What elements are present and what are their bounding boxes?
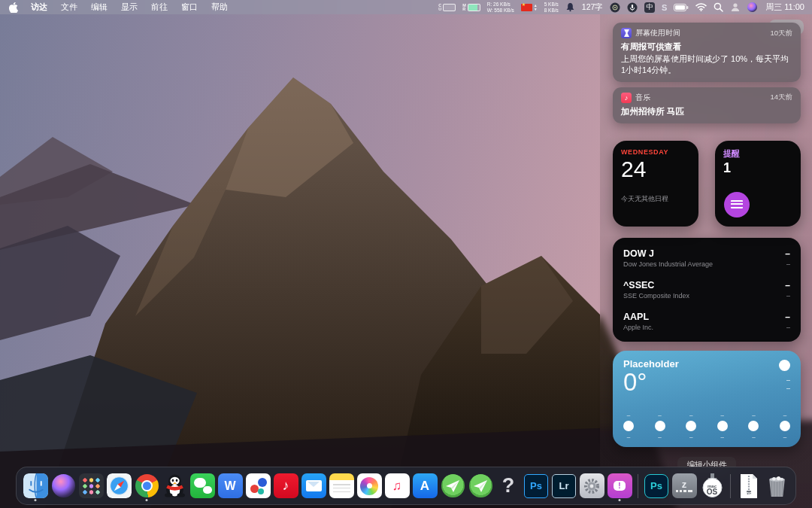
download-speed: 8 KB/s (544, 8, 559, 14)
muted-bell-icon[interactable] (565, 2, 575, 12)
apple-logo-icon (9, 2, 18, 13)
dock-tips-app[interactable]: ! (607, 472, 632, 500)
weather-widget[interactable]: Placeholder 0° – – –– –– –– –– –– –– (613, 351, 801, 447)
network-flag-status[interactable]: ▲ ▼ (521, 4, 538, 11)
apple-menu[interactable] (8, 2, 24, 13)
notification-title: 有周报可供查看 (621, 41, 792, 53)
s-status-icon[interactable]: S (662, 3, 667, 12)
siri-icon[interactable] (747, 2, 757, 12)
network-speed-status[interactable]: 5 KB/s 8 KB/s (544, 2, 559, 13)
menu-window[interactable]: 窗口 (174, 2, 205, 13)
dock-shadowsocks-1[interactable] (440, 472, 465, 500)
notification-music[interactable]: ♪ 音乐 14天前 加州招待所 马匹 (613, 87, 801, 123)
menu-bar-clock[interactable]: 周三 11:00 (764, 2, 804, 13)
stock-name: Apple Inc. (623, 324, 653, 331)
chrome-icon (135, 474, 159, 497)
screen-time-app-icon (621, 28, 632, 38)
disk-read-speed: R: 26 KB/s (487, 2, 514, 8)
baidu-netdisk-icon (246, 473, 271, 498)
macos-installer-icon: mac OS (700, 473, 725, 498)
menu-bar-status: CU MR R: 26 KB/s W: 558 KB/s ▲ ▼ 5 KB/s (438, 2, 804, 13)
dock-safari[interactable] (106, 472, 132, 500)
stock-name: Dow Jones Industrial Average (623, 260, 713, 268)
dock-lightroom[interactable]: Lr (551, 472, 577, 500)
disk-io-status[interactable]: R: 26 KB/s W: 558 KB/s (487, 2, 514, 13)
dock-app-store[interactable]: A (412, 472, 438, 500)
dock-system-preferences[interactable] (579, 472, 604, 500)
dock-notes[interactable] (329, 472, 354, 500)
battery-icon[interactable] (674, 4, 689, 11)
menu-app-name[interactable]: 访达 (24, 2, 54, 13)
dock-disk-image[interactable]: z (671, 472, 697, 500)
menu-help[interactable]: 帮助 (205, 2, 235, 13)
dock-macos-installer[interactable]: mac OS (699, 472, 725, 500)
finder-icon (23, 473, 48, 498)
download-arrow-icon: ▼ (534, 8, 538, 11)
user-switch-icon[interactable] (730, 2, 741, 12)
calendar-weekday: WEDNESDAY (621, 148, 690, 156)
input-word-count[interactable]: 127字 (582, 2, 603, 13)
weather-hour: –– (748, 412, 759, 440)
ime-pinyin-icon[interactable]: 中 (644, 2, 655, 13)
dock-music[interactable]: ♫ (384, 472, 410, 500)
notification-time: 14天前 (770, 93, 792, 102)
dock-missing-app[interactable]: ? (495, 472, 521, 500)
stock-row[interactable]: ^SSEC SSE Composite Index – – (623, 274, 790, 306)
stock-name: SSE Composite Index (623, 292, 689, 300)
weather-hour: –– (623, 412, 634, 440)
menu-view[interactable]: 显示 (114, 2, 144, 13)
round-app-status-icon[interactable] (610, 2, 620, 13)
weather-hour-icon (748, 421, 759, 431)
dock-wps[interactable]: W (217, 472, 243, 500)
photoshop-installer-icon: Ps (644, 474, 668, 498)
stock-change: – (785, 260, 790, 268)
stock-row[interactable]: DOW J Dow Jones Industrial Average – – (623, 242, 790, 274)
spotlight-search-icon[interactable] (714, 2, 723, 12)
dock-trash[interactable] (764, 472, 789, 500)
dock-mail[interactable] (301, 472, 326, 500)
menu-file[interactable]: 文件 (54, 2, 84, 13)
notification-screen-time[interactable]: 屏幕使用时间 10天前 有周报可供查看 上周您的屏幕使用时间减少了 10%，每天… (613, 23, 801, 82)
stocks-widget[interactable]: DOW J Dow Jones Industrial Average – – ^… (613, 238, 801, 342)
disk-image-icon: z (672, 473, 697, 498)
running-indicator (619, 499, 621, 501)
wifi-icon[interactable] (695, 3, 707, 11)
memory-fill (468, 5, 477, 11)
stock-price: – (785, 280, 790, 291)
chat-exclamation-icon: ! (607, 473, 632, 498)
dock-netease-music[interactable]: ♪ (273, 472, 298, 500)
dock-wechat[interactable] (189, 472, 215, 500)
dock-photoshop[interactable]: Ps (523, 472, 549, 500)
photoshop-icon: Ps (524, 474, 548, 498)
stock-symbol: ^SSEC (623, 280, 689, 291)
dock-finder[interactable] (23, 472, 48, 500)
menu-edit[interactable]: 编辑 (84, 2, 114, 13)
dock-launchpad[interactable] (78, 472, 104, 500)
dock-shadowsocks-2[interactable] (468, 472, 493, 500)
reminders-title: 提醒 (723, 148, 792, 160)
dock-qq[interactable] (162, 472, 187, 500)
menu-bar: 访达 文件 编辑 显示 前往 窗口 帮助 CU MR R: 26 KB/s W:… (0, 0, 812, 14)
calendar-widget[interactable]: WEDNESDAY 24 今天无其他日程 (613, 141, 698, 227)
weather-low: – (786, 385, 790, 393)
stock-row[interactable]: AAPL Apple Inc. – – (623, 306, 790, 337)
memory-gauge[interactable]: MR (462, 4, 480, 11)
microphone-status-icon[interactable] (627, 2, 638, 13)
dock-chrome[interactable] (134, 472, 159, 500)
dock-photoshop-installer[interactable]: Ps (644, 472, 669, 500)
menu-go[interactable]: 前往 (144, 2, 174, 13)
dock-baidu-netdisk[interactable] (245, 472, 271, 500)
question-mark-icon: ? (496, 473, 521, 498)
dock-zip-file[interactable]: ZIP (736, 472, 762, 500)
photos-icon (357, 473, 382, 498)
upload-speed: 5 KB/s (544, 2, 559, 8)
weather-high: – (786, 376, 790, 385)
safari-icon (107, 473, 132, 498)
cpu-gauge[interactable]: CU (438, 4, 456, 11)
dock-siri[interactable] (50, 472, 76, 500)
reminders-widget[interactable]: 提醒 1 (715, 141, 801, 227)
notes-icon (329, 473, 354, 498)
netease-music-icon: ♪ (274, 473, 298, 498)
dock-photos[interactable] (356, 472, 382, 500)
dock-divider (638, 474, 638, 498)
